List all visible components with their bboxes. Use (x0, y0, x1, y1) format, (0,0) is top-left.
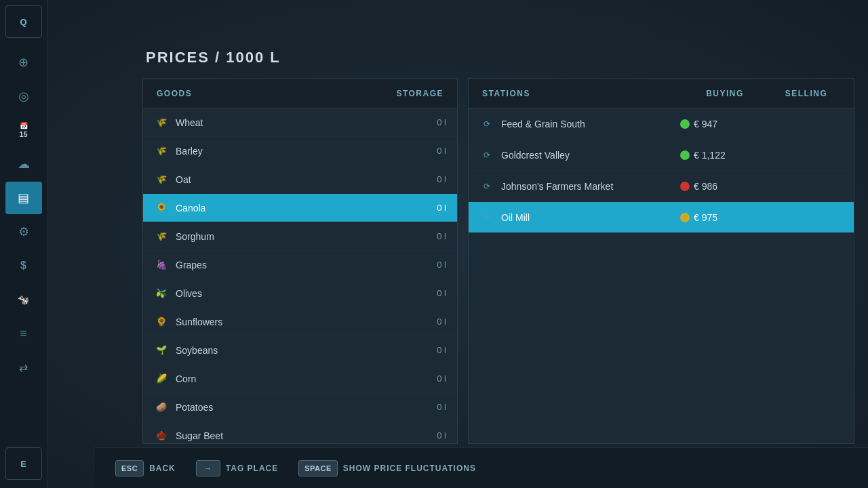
status-dot-johnsons (680, 182, 690, 191)
sidebar-item-weather[interactable] (5, 148, 42, 180)
storage-col-header: STORAGE (396, 89, 443, 98)
goods-row-soybeans[interactable]: 🌱 Soybeans 0 l (143, 336, 457, 365)
status-dot-goldcrest (680, 150, 690, 160)
space-key-group: SPACE SHOW PRICE FLUCTUATIONS (298, 460, 476, 476)
goods-storage-barley: 0 l (419, 146, 446, 156)
status-dot-feed-grain (680, 119, 690, 129)
sidebar-item-globe[interactable] (5, 46, 42, 79)
sidebar-item-wheel[interactable] (5, 80, 42, 113)
bottom-bar: ESC BACK → TAG PLACE SPACE SHOW PRICE FL… (95, 447, 868, 488)
station-icon-oil-mill: ⟳ (479, 210, 494, 225)
goods-storage-olives: 0 l (419, 288, 446, 298)
sidebar-item-q[interactable]: Q (5, 5, 42, 38)
stations-col-header: STATIONS (482, 89, 677, 98)
grapes-icon: 🍇 (154, 258, 169, 272)
money-icon: $ (20, 260, 26, 272)
cow-icon: 🐄 (18, 294, 29, 305)
sorghum-icon: 🌾 (154, 229, 169, 244)
status-dot-oil-mill (680, 213, 690, 222)
oat-icon: 🌾 (154, 172, 169, 187)
sunflowers-icon: 🌻 (154, 314, 169, 329)
weather-icon (18, 157, 30, 171)
tables-container: GOODS STORAGE 🌾 Wheat 0 l 🌾 Barley 0 l (142, 78, 854, 444)
goods-name-oat: Oat (176, 174, 419, 185)
barley-icon: 🌾 (154, 144, 169, 159)
goods-row-barley[interactable]: 🌾 Barley 0 l (143, 137, 457, 165)
goods-name-grapes: Grapes (176, 260, 419, 270)
goods-name-barley: Barley (176, 146, 419, 157)
goods-row-sorghum[interactable]: 🌾 Sorghum 0 l (143, 222, 457, 251)
goods-name-canola: Canola (176, 203, 419, 214)
calendar-number: 15 (19, 130, 27, 138)
sidebar-item-calendar[interactable]: 📅 15 (5, 114, 42, 146)
goods-name-sunflowers: Sunflowers (176, 317, 419, 327)
canola-icon: 🌻 (154, 201, 169, 216)
sidebar-item-notes[interactable]: ≡ (5, 317, 42, 350)
chart-icon: ▤ (18, 190, 29, 205)
main-content: PRICES / 1000 L GOODS STORAGE 🌾 Wheat 0 … (47, 0, 868, 488)
potatoes-icon: 🥔 (154, 400, 169, 415)
goods-row-wheat[interactable]: 🌾 Wheat 0 l (143, 108, 457, 137)
sidebar-item-chart[interactable]: ▤ (5, 182, 42, 214)
selling-col-header: SELLING (772, 89, 840, 98)
goods-row-potatoes[interactable]: 🥔 Potatoes 0 l (143, 393, 457, 422)
station-icon-goldcrest: ⟳ (479, 148, 494, 163)
goods-storage-corn: 0 l (419, 373, 446, 384)
station-price-johnsons: € 986 (694, 181, 762, 192)
goods-table-body: 🌾 Wheat 0 l 🌾 Barley 0 l 🌾 Oat 0 l (143, 108, 457, 443)
sidebar-item-e[interactable]: E (5, 447, 42, 480)
globe-icon (18, 55, 28, 70)
sidebar-item-transport[interactable]: ⇄ (5, 351, 42, 384)
goods-storage-soybeans: 0 l (419, 345, 446, 355)
station-row-johnsons[interactable]: ⟳ Johnson's Farmers Market € 986 (469, 171, 854, 202)
station-row-oil-mill[interactable]: ⟳ Oil Mill € 975 (469, 202, 854, 233)
station-price-oil-mill: € 975 (694, 212, 762, 223)
e-label: E (20, 459, 26, 469)
space-key: SPACE (298, 460, 338, 476)
tractor-icon: ⚙ (18, 224, 29, 239)
goods-row-grapes[interactable]: 🍇 Grapes 0 l (143, 251, 457, 279)
goods-row-oat[interactable]: 🌾 Oat 0 l (143, 165, 457, 194)
station-price-goldcrest: € 1,122 (694, 150, 762, 161)
goods-storage-wheat: 0 l (419, 117, 446, 127)
sidebar-item-money[interactable]: $ (5, 249, 42, 282)
station-icon-johnsons: ⟳ (479, 179, 494, 194)
goods-storage-sunflowers: 0 l (419, 317, 446, 327)
station-name-feed-grain: Feed & Grain South (501, 119, 680, 129)
sidebar: Q 📅 15 ▤ ⚙ $ 🐄 ≡ ⇄ E (0, 0, 47, 488)
goods-storage-grapes: 0 l (419, 260, 446, 270)
back-label: BACK (149, 464, 176, 473)
goods-storage-potatoes: 0 l (419, 402, 446, 412)
goods-name-olives: Olives (176, 288, 419, 299)
q-label: Q (20, 17, 26, 27)
corn-icon: 🌽 (154, 371, 169, 386)
buying-cell-oil-mill: € 975 (680, 212, 775, 223)
goods-row-sugar-beet[interactable]: 🌰 Sugar Beet 0 l (143, 422, 457, 443)
goods-row-canola[interactable]: 🌻 Canola 0 l (143, 194, 457, 222)
stations-table-header: STATIONS BUYING SELLING (469, 79, 854, 108)
goods-panel: GOODS STORAGE 🌾 Wheat 0 l 🌾 Barley 0 l (142, 78, 458, 444)
tag-label: TAG PLACE (226, 464, 278, 473)
station-name-goldcrest: Goldcrest Valley (501, 150, 680, 161)
buying-cell-feed-grain: € 947 (680, 119, 775, 129)
station-row-goldcrest-valley[interactable]: ⟳ Goldcrest Valley € 1,122 (469, 140, 854, 171)
goods-name-sorghum: Sorghum (176, 231, 419, 242)
station-price-feed-grain: € 947 (694, 119, 762, 129)
transport-icon: ⇄ (19, 361, 28, 374)
station-row-feed-grain-south[interactable]: ⟳ Feed & Grain South € 947 (469, 108, 854, 140)
notes-icon: ≡ (20, 327, 27, 341)
station-icon-feed-grain: ⟳ (479, 117, 494, 131)
goods-name-soybeans: Soybeans (176, 345, 419, 356)
goods-name-potatoes: Potatoes (176, 402, 419, 413)
sidebar-item-tractor[interactable]: ⚙ (5, 216, 42, 248)
goods-row-corn[interactable]: 🌽 Corn 0 l (143, 365, 457, 393)
page-title: PRICES / 1000 L (146, 49, 281, 66)
goods-storage-canola: 0 l (419, 203, 446, 213)
sugar-beet-icon: 🌰 (154, 428, 169, 443)
buying-col-header: BUYING (677, 89, 772, 98)
sidebar-item-cow[interactable]: 🐄 (5, 283, 42, 316)
tag-key-group: → TAG PLACE (196, 460, 278, 476)
station-name-oil-mill: Oil Mill (501, 212, 680, 223)
goods-row-olives[interactable]: 🫒 Olives 0 l (143, 279, 457, 308)
goods-row-sunflowers[interactable]: 🌻 Sunflowers 0 l (143, 308, 457, 336)
